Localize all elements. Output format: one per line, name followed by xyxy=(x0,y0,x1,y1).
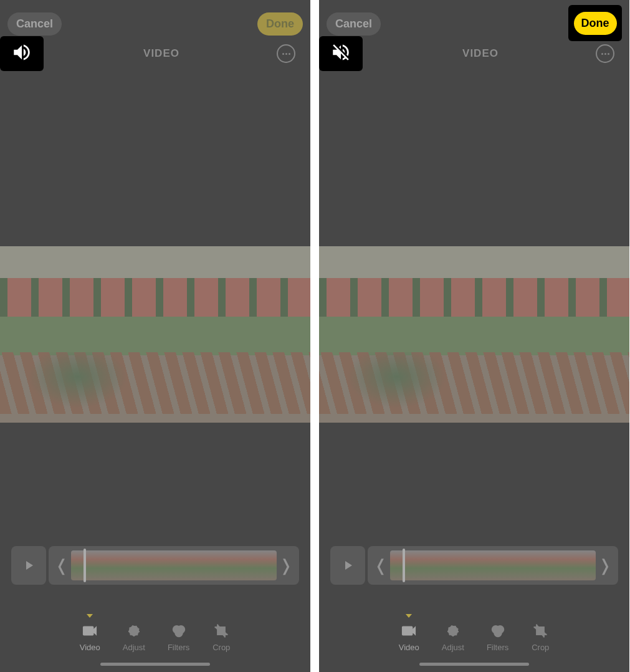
cancel-button[interactable]: Cancel xyxy=(327,12,381,36)
filters-icon xyxy=(169,622,188,640)
tab-filters[interactable]: Filters xyxy=(168,622,189,652)
more-button[interactable] xyxy=(596,44,614,63)
tab-adjust[interactable]: Adjust xyxy=(123,622,145,652)
trim-handle-left[interactable]: ❬ xyxy=(373,556,389,575)
play-button[interactable] xyxy=(330,546,365,585)
tab-filters[interactable]: Filters xyxy=(487,622,508,652)
timeline-strip[interactable]: ❬ ❭ xyxy=(49,546,299,585)
timeline: ❬ ❭ xyxy=(11,546,299,585)
sound-toggle-highlight xyxy=(319,36,363,71)
home-indicator[interactable] xyxy=(419,663,529,666)
timeline-strip[interactable]: ❬ ❭ xyxy=(368,546,618,585)
timeline-frames[interactable] xyxy=(71,550,277,580)
cancel-button[interactable]: Cancel xyxy=(7,12,62,36)
video-preview[interactable] xyxy=(319,246,629,423)
filters-icon xyxy=(489,622,507,640)
svg-point-6 xyxy=(451,630,454,633)
speaker-muted-icon[interactable] xyxy=(330,42,351,65)
tab-crop[interactable]: Crop xyxy=(531,622,550,652)
speaker-on-icon[interactable] xyxy=(11,42,32,65)
top-bar: Cancel Done xyxy=(0,12,310,36)
edit-mode-label: VIDEO xyxy=(143,47,179,60)
video-icon xyxy=(399,622,418,640)
trim-handle-right[interactable]: ❭ xyxy=(278,556,294,575)
tab-active-indicator-icon xyxy=(406,614,412,618)
playhead[interactable] xyxy=(403,549,405,582)
tab-label: Video xyxy=(80,643,100,652)
tab-crop[interactable]: Crop xyxy=(212,622,231,652)
svg-point-1 xyxy=(132,630,135,633)
tab-active-indicator-icon xyxy=(87,614,93,618)
tab-label: Adjust xyxy=(123,643,145,652)
mid-bar: VIDEO xyxy=(319,41,629,66)
tab-label: Adjust xyxy=(442,643,464,652)
svg-point-9 xyxy=(494,630,502,637)
tab-video[interactable]: Video xyxy=(399,622,419,652)
bottom-tabs: Video Adjust Filters Crop xyxy=(319,622,629,652)
video-icon xyxy=(80,622,99,640)
timeline: ❬ ❭ xyxy=(330,546,618,585)
done-button[interactable]: Done xyxy=(257,12,303,36)
timeline-frames[interactable] xyxy=(390,550,596,580)
svg-point-4 xyxy=(175,630,183,637)
tab-label: Video xyxy=(399,643,419,652)
tab-label: Crop xyxy=(532,643,549,652)
crop-icon xyxy=(531,622,550,640)
left-phone-screen: Cancel Done VIDEO ❬ ❭ xyxy=(0,0,310,672)
home-indicator[interactable] xyxy=(100,663,210,666)
tab-label: Filters xyxy=(168,643,189,652)
adjust-icon xyxy=(125,622,143,640)
more-button[interactable] xyxy=(277,44,295,63)
tab-label: Filters xyxy=(487,643,508,652)
adjust-icon xyxy=(444,622,462,640)
tab-adjust[interactable]: Adjust xyxy=(442,622,464,652)
right-phone-screen: Cancel Done VIDEO ❬ ❭ xyxy=(319,0,629,672)
done-button[interactable]: Done xyxy=(574,12,617,35)
edit-mode-label: VIDEO xyxy=(462,47,499,60)
bottom-tabs: Video Adjust Filters Crop xyxy=(0,622,310,652)
playhead[interactable] xyxy=(84,549,86,582)
sound-toggle-highlight xyxy=(0,36,44,71)
play-button[interactable] xyxy=(11,546,46,585)
tab-video[interactable]: Video xyxy=(80,622,100,652)
video-preview[interactable] xyxy=(0,246,310,423)
trim-handle-left[interactable]: ❬ xyxy=(54,556,70,575)
trim-handle-right[interactable]: ❭ xyxy=(597,556,613,575)
crop-icon xyxy=(212,622,231,640)
mid-bar: VIDEO xyxy=(0,41,310,66)
done-button-highlight: Done xyxy=(568,5,622,41)
tab-label: Crop xyxy=(212,643,230,652)
